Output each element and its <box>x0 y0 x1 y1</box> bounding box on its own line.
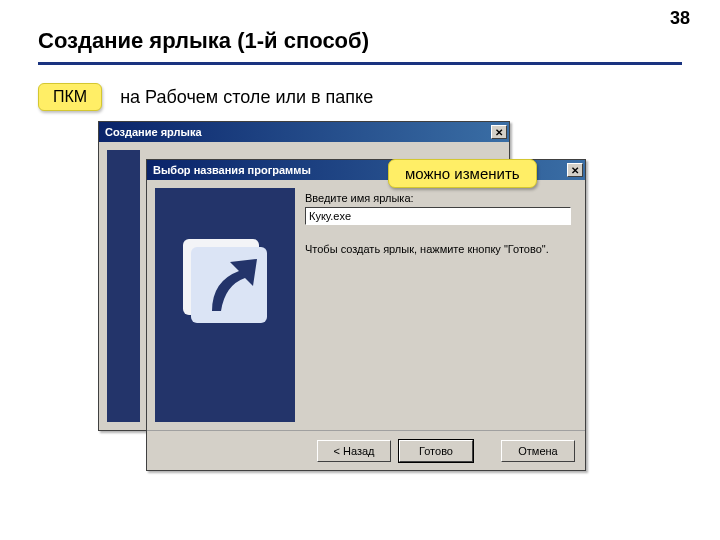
hint-row: ПКМ на Рабочем столе или в папке <box>38 83 720 111</box>
dialog-content: Введите имя ярлыка: Чтобы создать ярлык,… <box>305 188 577 422</box>
button-bar: < Назад Готово Отмена <box>147 430 585 470</box>
cancel-button[interactable]: Отмена <box>501 440 575 462</box>
callout-can-change: можно изменить <box>388 159 537 188</box>
shortcut-name-input[interactable] <box>305 207 571 225</box>
hint-text: на Рабочем столе или в папке <box>120 87 373 108</box>
instruction-text: Чтобы создать ярлык, нажмите кнопку "Гот… <box>305 243 571 255</box>
wizard-graphic <box>155 188 295 422</box>
titlebar-front-text: Выбор названия программы <box>153 164 311 176</box>
page-title: Создание ярлыка (1-й способ) <box>0 0 720 58</box>
dialog-select-name: Выбор названия программы ✕ Введите имя я… <box>146 159 586 471</box>
title-underline <box>38 62 682 65</box>
close-icon[interactable]: ✕ <box>567 163 583 177</box>
page-number: 38 <box>670 8 690 29</box>
wizard-graphic-back <box>107 150 140 422</box>
finish-button[interactable]: Готово <box>399 440 473 462</box>
shortcut-name-label: Введите имя ярлыка: <box>305 192 571 204</box>
dialog-stage: Создание ярлыка ✕ Выбор названия програм… <box>0 119 720 479</box>
shortcut-arrow-icon <box>177 233 277 343</box>
close-icon[interactable]: ✕ <box>491 125 507 139</box>
titlebar-back-text: Создание ярлыка <box>105 126 202 138</box>
right-click-badge: ПКМ <box>38 83 102 111</box>
back-button[interactable]: < Назад <box>317 440 391 462</box>
titlebar-back[interactable]: Создание ярлыка ✕ <box>99 122 509 142</box>
